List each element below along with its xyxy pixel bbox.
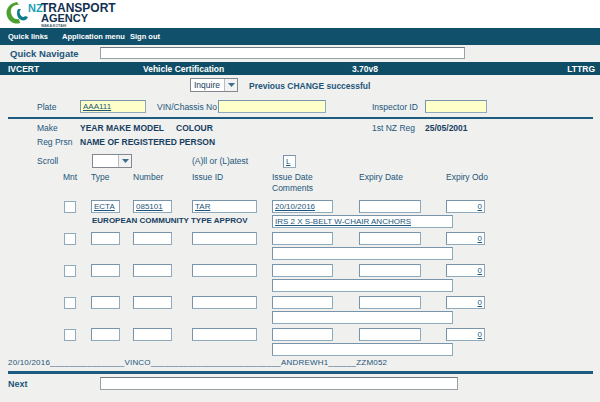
type-description: EUROPEAN COMMUNITY TYPE APPROV	[92, 216, 248, 225]
header-issue-id: Issue ID	[192, 172, 223, 182]
session-info-line: 20/10/2016________________VINCO_________…	[8, 358, 387, 367]
divider	[8, 117, 593, 119]
colour-value: COLOUR	[176, 123, 213, 133]
header-comments: Comments	[272, 183, 313, 193]
all-or-latest-label: (A)ll or (L)atest	[192, 156, 248, 166]
comments-input[interactable]	[272, 311, 453, 324]
comments-input[interactable]	[272, 247, 453, 260]
inspector-id-label: Inspector ID	[372, 102, 418, 112]
first-nz-reg-value: 25/05/2001	[425, 123, 468, 133]
mnt-checkbox[interactable]	[64, 329, 76, 341]
expiry-date-input[interactable]	[359, 264, 421, 277]
issue-id-input[interactable]	[192, 232, 257, 245]
cert-row	[0, 328, 600, 360]
cert-row	[0, 232, 600, 264]
expiry-date-input[interactable]	[359, 232, 421, 245]
mnt-checkbox[interactable]	[64, 201, 76, 213]
expiry-odo-input[interactable]	[446, 200, 485, 213]
expiry-odo-input[interactable]	[446, 328, 485, 341]
number-input[interactable]	[133, 264, 172, 277]
make-label: Make	[37, 123, 58, 133]
issue-date-input[interactable]	[272, 232, 333, 245]
issue-date-input[interactable]	[272, 264, 333, 277]
logo-area: NZ TRANSPORT AGENCY WAKA KOTAHI	[0, 0, 600, 28]
vin-label: VIN/Chassis No	[157, 102, 217, 112]
header-number: Number	[133, 172, 163, 182]
make-value: YEAR MAKE MODEL	[80, 123, 164, 133]
version-label: 3.70v8	[352, 64, 378, 74]
issue-id-input[interactable]	[192, 264, 257, 277]
expiry-odo-input[interactable]	[446, 232, 485, 245]
next-input[interactable]	[100, 377, 458, 390]
comments-input[interactable]	[272, 279, 453, 292]
type-input[interactable]	[91, 264, 120, 277]
all-or-latest-input[interactable]	[283, 155, 296, 168]
status-message: Previous CHANGE successful	[249, 81, 370, 91]
nzta-logo: NZ TRANSPORT AGENCY WAKA KOTAHI	[4, 1, 134, 28]
number-input[interactable]	[133, 328, 172, 341]
comments-input[interactable]	[272, 343, 453, 356]
number-input[interactable]	[133, 232, 172, 245]
type-input[interactable]	[91, 200, 120, 213]
header-type: Type	[91, 172, 109, 182]
mnt-checkbox[interactable]	[64, 265, 76, 277]
number-input[interactable]	[133, 200, 172, 213]
expiry-date-input[interactable]	[359, 200, 421, 213]
menu-item-quick-links[interactable]: Quick links	[8, 32, 48, 41]
svg-text:AGENCY: AGENCY	[41, 12, 89, 24]
mode-select-value: Inquire	[191, 80, 224, 90]
issue-id-input[interactable]	[192, 200, 257, 213]
header-mnt: Mnt	[63, 172, 77, 182]
title-bar: IVCERT Vehicle Certification 3.70v8 LTTR…	[0, 62, 600, 75]
mode-select[interactable]: Inquire	[190, 78, 238, 92]
plate-input[interactable]	[80, 100, 146, 113]
expiry-odo-input[interactable]	[446, 296, 485, 309]
reg-prsn-label: Reg Prsn	[37, 137, 72, 147]
screen-title: Vehicle Certification	[143, 64, 224, 74]
expiry-date-input[interactable]	[359, 328, 421, 341]
header-expiry-date: Expiry Date	[359, 172, 403, 182]
plate-label: Plate	[37, 102, 56, 112]
issue-id-input[interactable]	[192, 328, 257, 341]
type-input[interactable]	[91, 232, 120, 245]
menu-item-sign-out[interactable]: Sign out	[130, 32, 160, 41]
chevron-down-icon	[118, 155, 131, 167]
comments-input[interactable]	[272, 215, 453, 228]
cert-row	[0, 264, 600, 296]
mnt-checkbox[interactable]	[64, 233, 76, 245]
menu-item-application-menu[interactable]: Application menu	[62, 32, 125, 41]
mnt-checkbox[interactable]	[64, 297, 76, 309]
number-input[interactable]	[133, 296, 172, 309]
issue-id-input[interactable]	[192, 296, 257, 309]
quick-navigate-input[interactable]	[100, 47, 465, 59]
next-label: Next	[8, 379, 28, 389]
issue-date-input[interactable]	[272, 296, 333, 309]
issue-date-input[interactable]	[272, 200, 333, 213]
inspector-id-input[interactable]	[425, 100, 487, 113]
header-issue-date: Issue Date	[272, 172, 313, 182]
expiry-date-input[interactable]	[359, 296, 421, 309]
app-code: IVCERT	[8, 64, 39, 74]
divider	[8, 371, 593, 374]
expiry-odo-input[interactable]	[446, 264, 485, 277]
type-input[interactable]	[91, 296, 120, 309]
terminal-code: LTTRG	[567, 64, 595, 74]
type-input[interactable]	[91, 328, 120, 341]
quick-navigate-label: Quick Navigate	[10, 48, 79, 59]
chevron-down-icon	[224, 79, 237, 91]
first-nz-reg-label: 1st NZ Reg	[372, 123, 415, 133]
cert-row	[0, 296, 600, 328]
scroll-label: Scroll	[37, 156, 58, 166]
header-expiry-odo: Expiry Odo	[446, 172, 488, 182]
reg-prsn-value: NAME OF REGISTERED PERSON	[80, 137, 215, 147]
vin-input[interactable]	[218, 100, 326, 113]
cert-row: EUROPEAN COMMUNITY TYPE APPROV	[0, 200, 600, 232]
scroll-select[interactable]	[92, 154, 132, 168]
menu-bar: Quick links Application menu Sign out	[0, 28, 600, 45]
issue-date-input[interactable]	[272, 328, 333, 341]
